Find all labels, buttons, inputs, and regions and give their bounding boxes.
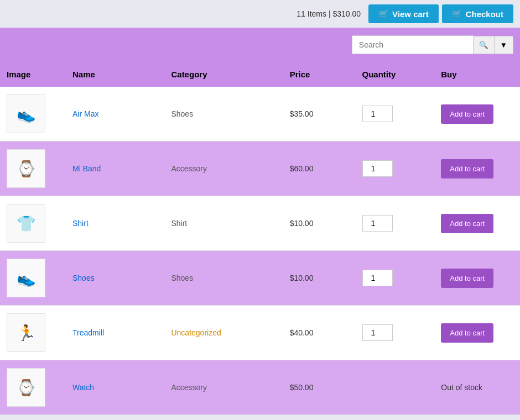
- product-quantity-cell: [356, 141, 435, 196]
- checkout-icon: 🛒: [452, 9, 462, 19]
- table-header: Image Name Category Price Quantity Buy: [0, 62, 520, 87]
- product-price: $35.00: [283, 87, 356, 141]
- product-image-cell: 🏃: [0, 306, 66, 360]
- product-category: Shirt: [164, 196, 283, 251]
- product-quantity-cell: [356, 87, 435, 141]
- product-image: 👟: [7, 95, 45, 133]
- product-name[interactable]: Mi Band: [66, 141, 164, 196]
- header-name: Name: [66, 62, 164, 87]
- search-dropdown-button[interactable]: ▼: [495, 36, 513, 54]
- product-image-cell: 👕: [0, 196, 66, 251]
- quantity-input[interactable]: [362, 270, 393, 286]
- table-row: 👟ShoesShoes$10.00Add to cart: [0, 251, 520, 306]
- product-image: 👕: [7, 204, 45, 243]
- product-price: $10.00: [283, 196, 356, 251]
- product-table: Image Name Category Price Quantity Buy 👟…: [0, 62, 520, 415]
- add-to-cart-button[interactable]: Add to cart: [441, 159, 493, 179]
- checkout-label: Checkout: [466, 9, 503, 19]
- product-image-cell: 👟: [0, 251, 66, 306]
- product-price: $10.00: [283, 251, 356, 306]
- product-buy-cell: Out of stock: [434, 360, 520, 415]
- table-row: 👕ShirtShirt$10.00Add to cart: [0, 196, 520, 251]
- product-image-cell: ⌚: [0, 141, 66, 196]
- header-buy: Buy: [434, 62, 520, 87]
- cart-info: 11 Items | $310.00: [297, 9, 361, 18]
- search-input[interactable]: [352, 35, 474, 54]
- product-name[interactable]: Air Max: [66, 87, 164, 141]
- cart-icon: 🛒: [378, 9, 389, 19]
- table-row: ⌚WatchAccessory$50.00Out of stock: [0, 360, 520, 415]
- add-to-cart-button[interactable]: Add to cart: [441, 323, 493, 343]
- product-image: 🏃: [7, 313, 45, 352]
- quantity-input[interactable]: [362, 215, 393, 232]
- quantity-input[interactable]: [362, 160, 393, 177]
- table-row: 🏃TreadmillUncategorized$40.00Add to cart: [0, 306, 520, 360]
- product-image: ⌚: [7, 149, 45, 188]
- add-to-cart-button[interactable]: Add to cart: [441, 104, 493, 124]
- search-icon: 🔍: [479, 41, 488, 49]
- product-image-cell: 👟: [0, 87, 66, 141]
- checkout-button[interactable]: 🛒 Checkout: [442, 4, 513, 23]
- product-category: Shoes: [164, 251, 283, 306]
- chevron-down-icon: ▼: [500, 41, 507, 49]
- add-to-cart-button[interactable]: Add to cart: [441, 269, 493, 288]
- product-quantity-cell: [356, 306, 435, 360]
- product-buy-cell: Add to cart: [434, 251, 520, 306]
- add-to-cart-button[interactable]: Add to cart: [441, 214, 493, 233]
- product-quantity-cell: [356, 360, 435, 415]
- product-category: Uncategorized: [164, 306, 283, 360]
- product-buy-cell: Add to cart: [434, 196, 520, 251]
- table-row: ⌚Mi BandAccessory$60.00Add to cart: [0, 141, 520, 196]
- product-quantity-cell: [356, 251, 435, 306]
- product-buy-cell: Add to cart: [434, 141, 520, 196]
- product-price: $40.00: [283, 306, 356, 360]
- product-buy-cell: Add to cart: [434, 87, 520, 141]
- product-category: Shoes: [164, 87, 283, 141]
- quantity-input[interactable]: [362, 106, 393, 122]
- product-price: $50.00: [283, 360, 356, 415]
- out-of-stock-label: Out of stock: [441, 383, 482, 392]
- quantity-input[interactable]: [362, 324, 393, 341]
- header-price: Price: [283, 62, 356, 87]
- product-name[interactable]: Shirt: [66, 196, 164, 251]
- table-row: 👟Air MaxShoes$35.00Add to cart: [0, 87, 520, 141]
- product-quantity-cell: [356, 196, 435, 251]
- product-name[interactable]: Treadmill: [66, 306, 164, 360]
- search-area: 🔍 ▼: [0, 28, 520, 62]
- product-image: ⌚: [7, 368, 45, 407]
- product-name[interactable]: Watch: [66, 360, 164, 415]
- product-category: Accessory: [164, 360, 283, 415]
- top-bar: 11 Items | $310.00 🛒 View cart 🛒 Checkou…: [0, 0, 520, 28]
- header-category: Category: [164, 62, 283, 87]
- view-cart-label: View cart: [392, 9, 429, 19]
- product-image: 👟: [7, 259, 45, 297]
- product-image-cell: ⌚: [0, 360, 66, 415]
- view-cart-button[interactable]: 🛒 View cart: [368, 4, 439, 23]
- search-button[interactable]: 🔍: [474, 36, 495, 54]
- product-price: $60.00: [283, 141, 356, 196]
- product-buy-cell: Add to cart: [434, 306, 520, 360]
- header-image: Image: [0, 62, 66, 87]
- header-quantity: Quantity: [356, 62, 435, 87]
- product-category: Accessory: [164, 141, 283, 196]
- product-name[interactable]: Shoes: [66, 251, 164, 306]
